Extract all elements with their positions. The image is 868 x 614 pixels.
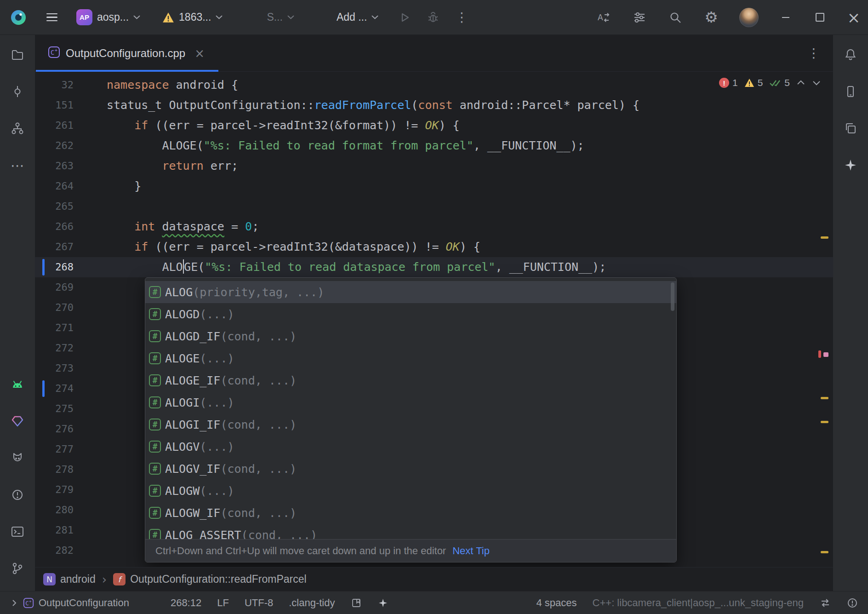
passed-count[interactable]: 5 — [769, 77, 790, 88]
scroll-marker-warning[interactable] — [821, 236, 828, 239]
more-vertical-icon[interactable]: ⋮ — [454, 10, 469, 25]
line-number[interactable]: 267 — [35, 237, 107, 257]
code-line[interactable]: 262 ALOGE("%s: Failed to read format fro… — [35, 136, 833, 156]
code-line[interactable]: 264 } — [35, 176, 833, 196]
completion-item[interactable]: #ALOG_ASSERT(cond, ...) — [145, 524, 676, 539]
completion-item[interactable]: #ALOGW_IF(cond, ...) — [145, 502, 676, 524]
bell-icon[interactable] — [843, 47, 858, 63]
device-phone-icon[interactable] — [843, 84, 858, 99]
line-number[interactable]: 274 — [35, 379, 107, 399]
warning-count[interactable]: 5 — [744, 77, 763, 88]
error-indicator-icon[interactable] — [847, 597, 858, 608]
close-tab-icon[interactable]: × — [194, 46, 205, 60]
project-selector[interactable]: AP aosp... — [76, 9, 140, 25]
close-window-icon[interactable]: × — [847, 11, 861, 24]
more-vertical-icon[interactable]: ⋮ — [807, 46, 820, 61]
toolchain-label[interactable]: C++: libcamera_client|aosp_...unk_stagin… — [593, 597, 804, 609]
minimize-icon[interactable] — [779, 11, 793, 24]
code-line[interactable]: 268 ALOGE("%s: Failed to read dataspace … — [35, 257, 833, 277]
code-line[interactable]: 32namespace android { — [35, 75, 833, 95]
breadcrumb-item[interactable]: fOutputConfiguration::readFromParcel — [113, 573, 307, 585]
file-encoding[interactable]: UTF-8 — [245, 597, 273, 609]
logcat-cat-icon[interactable] — [10, 450, 25, 466]
settings-sliders-icon[interactable] — [632, 10, 647, 25]
code-line[interactable]: 265 — [35, 196, 833, 217]
line-number[interactable]: 270 — [35, 298, 107, 318]
translate-icon[interactable]: A — [596, 10, 611, 25]
line-number[interactable]: 261 — [35, 115, 107, 136]
completion-item[interactable]: #ALOGE(...) — [145, 347, 676, 369]
analyzer-config[interactable]: .clang-tidy — [289, 597, 335, 609]
git-branch-icon[interactable] — [10, 561, 25, 576]
line-separator[interactable]: LF — [217, 597, 229, 609]
completion-item[interactable]: #ALOGW(...) — [145, 480, 676, 502]
terminal-icon[interactable] — [10, 524, 25, 539]
popup-scrollbar[interactable] — [671, 282, 674, 311]
scroll-marker-warning[interactable] — [821, 421, 828, 423]
commit-icon[interactable] — [10, 84, 25, 99]
scroll-marker-highlight[interactable] — [823, 352, 828, 357]
completion-item[interactable]: #ALOGD_IF(cond, ...) — [145, 325, 676, 347]
chevron-right-icon[interactable] — [10, 599, 18, 607]
completion-item[interactable]: #ALOG(priority,tag, ...) — [145, 281, 676, 303]
error-count[interactable]: ! 1 — [719, 77, 738, 88]
line-number[interactable]: 151 — [35, 95, 107, 115]
next-tip-link[interactable]: Next Tip — [452, 545, 490, 557]
ai-sparkle-icon[interactable] — [377, 597, 388, 608]
line-number[interactable]: 263 — [35, 156, 107, 176]
line-number[interactable]: 268 — [35, 257, 107, 277]
completion-item[interactable]: #ALOGI_IF(cond, ...) — [145, 413, 676, 436]
breadcrumb-item[interactable]: Nandroid — [43, 573, 96, 585]
scroll-marker-warning[interactable] — [821, 551, 828, 553]
layers-icon[interactable] — [843, 121, 858, 136]
chevron-up-icon[interactable] — [796, 77, 805, 88]
more-horizontal-icon[interactable]: ⋯ — [10, 157, 25, 173]
swap-arrows-icon[interactable] — [819, 597, 831, 609]
editor[interactable]: 32namespace android {151status_t OutputC… — [35, 72, 833, 567]
caret-position[interactable]: 268:12 — [171, 597, 201, 609]
scroll-marker-error[interactable] — [818, 350, 821, 358]
vcs-branch-widget[interactable]: 1863... — [162, 11, 223, 23]
line-number[interactable]: 275 — [35, 399, 107, 419]
code-line[interactable]: 263 return err; — [35, 156, 833, 176]
line-number[interactable]: 278 — [35, 459, 107, 480]
tab-outputconfiguration-cpp[interactable]: C+ OutputConfiguration.cpp × — [36, 35, 218, 71]
completion-item[interactable]: #ALOGE_IF(cond, ...) — [145, 369, 676, 391]
avatar[interactable] — [739, 8, 759, 27]
chevron-down-icon[interactable] — [812, 77, 821, 88]
completion-item[interactable]: #ALOGV(...) — [145, 436, 676, 458]
completion-item[interactable]: #ALOGV_IF(cond, ...) — [145, 458, 676, 480]
sparkle-icon[interactable] — [843, 157, 858, 173]
line-number[interactable]: 266 — [35, 217, 107, 237]
line-number[interactable]: 281 — [35, 520, 107, 540]
gem-icon[interactable] — [10, 413, 25, 429]
code-line[interactable]: 266 int dataspace = 0; — [35, 217, 833, 237]
hierarchy-icon[interactable] — [10, 121, 25, 136]
device-selector[interactable]: S... — [267, 11, 294, 23]
gear-icon[interactable]: ⚙ — [703, 10, 719, 25]
line-number[interactable]: 262 — [35, 136, 107, 156]
line-number[interactable]: 273 — [35, 358, 107, 379]
line-number[interactable]: 282 — [35, 540, 107, 561]
line-number[interactable]: 269 — [35, 277, 107, 298]
hamburger-menu-icon[interactable] — [44, 10, 60, 25]
run-configuration-selector[interactable]: Add ... — [337, 11, 378, 23]
code-line[interactable]: 261 if ((err = parcel->readInt32(&format… — [35, 115, 833, 136]
line-number[interactable]: 272 — [35, 338, 107, 358]
line-number[interactable]: 265 — [35, 196, 107, 217]
line-number[interactable]: 264 — [35, 176, 107, 196]
maximize-icon[interactable] — [813, 11, 827, 24]
alert-circle-icon[interactable] — [10, 487, 25, 503]
line-number[interactable]: 32 — [35, 75, 107, 95]
debug-bug-icon[interactable] — [425, 10, 441, 25]
folder-icon[interactable] — [10, 47, 25, 63]
line-number[interactable]: 276 — [35, 419, 107, 439]
line-number[interactable]: 271 — [35, 318, 107, 338]
code-line[interactable]: 151status_t OutputConfiguration::readFro… — [35, 95, 833, 115]
search-icon[interactable] — [668, 10, 683, 25]
line-number[interactable]: 277 — [35, 439, 107, 459]
android-icon[interactable] — [10, 377, 25, 392]
line-number[interactable]: 280 — [35, 500, 107, 520]
run-icon[interactable] — [397, 10, 412, 25]
completion-item[interactable]: #ALOGD(...) — [145, 303, 676, 325]
